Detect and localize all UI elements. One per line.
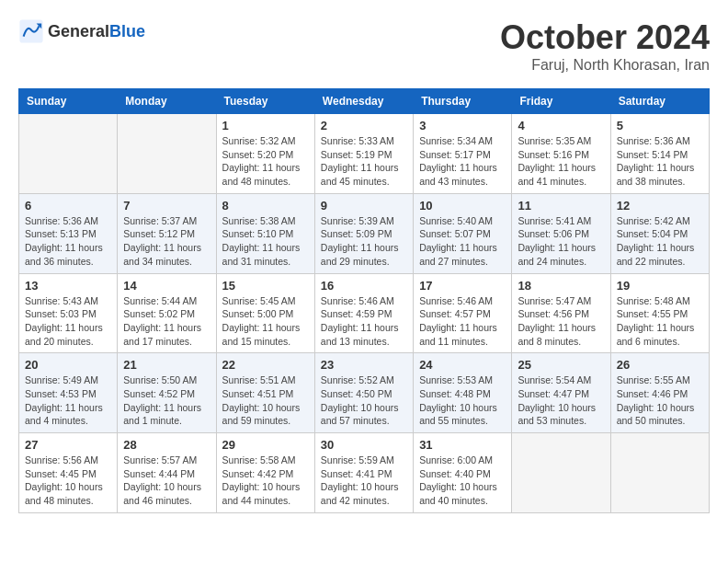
day-number: 1 [222,119,309,132]
month-title: October 2024 [500,18,710,57]
day-info: Sunrise: 5:36 AMSunset: 5:14 PMDaylight:… [617,134,703,189]
weekday-header: Friday [512,89,610,114]
day-info: Sunrise: 5:56 AMSunset: 4:45 PMDaylight:… [25,454,111,508]
weekday-header: Sunday [19,89,118,114]
calendar-cell [118,114,216,194]
day-info: Sunrise: 5:52 AMSunset: 4:50 PMDaylight:… [321,373,407,428]
day-number: 10 [419,199,506,213]
day-number: 17 [419,279,506,293]
calendar-cell: 25Sunrise: 5:54 AMSunset: 4:47 PMDayligh… [512,353,610,433]
calendar-cell: 20Sunrise: 5:49 AMSunset: 4:53 PMDayligh… [19,353,118,433]
calendar-week-row: 27Sunrise: 5:56 AMSunset: 4:45 PMDayligh… [19,433,710,513]
calendar-cell: 12Sunrise: 5:42 AMSunset: 5:04 PMDayligh… [610,193,709,273]
day-info: Sunrise: 5:57 AMSunset: 4:44 PMDaylight:… [123,454,210,508]
calendar-table: SundayMondayTuesdayWednesdayThursdayFrid… [18,88,710,513]
calendar-cell: 11Sunrise: 5:41 AMSunset: 5:06 PMDayligh… [512,193,610,273]
weekday-header: Monday [118,89,216,114]
day-number: 23 [321,358,407,372]
calendar-cell [19,114,118,194]
day-number: 22 [222,358,309,372]
day-number: 8 [222,199,309,213]
day-info: Sunrise: 5:48 AMSunset: 4:55 PMDaylight:… [617,294,703,349]
calendar-cell: 3Sunrise: 5:34 AMSunset: 5:17 PMDaylight… [414,114,512,194]
day-number: 21 [123,358,210,372]
day-number: 18 [518,279,604,293]
calendar-week-row: 6Sunrise: 5:36 AMSunset: 5:13 PMDaylight… [19,193,710,273]
weekday-header: Wednesday [314,89,413,114]
logo-icon [18,18,44,44]
day-number: 27 [25,438,111,452]
day-info: Sunrise: 5:53 AMSunset: 4:48 PMDaylight:… [419,373,506,428]
weekday-header: Saturday [610,89,709,114]
day-number: 29 [222,438,309,452]
day-number: 19 [617,279,703,293]
day-number: 4 [518,119,604,132]
day-info: Sunrise: 5:55 AMSunset: 4:46 PMDaylight:… [617,373,703,428]
title-block: October 2024 Faruj, North Khorasan, Iran [500,18,710,74]
day-number: 7 [123,199,210,213]
day-info: Sunrise: 5:39 AMSunset: 5:09 PMDaylight:… [321,214,407,269]
calendar-cell: 22Sunrise: 5:51 AMSunset: 4:51 PMDayligh… [216,353,314,433]
day-info: Sunrise: 5:38 AMSunset: 5:10 PMDaylight:… [222,214,309,269]
calendar-cell: 21Sunrise: 5:50 AMSunset: 4:52 PMDayligh… [118,353,216,433]
day-info: Sunrise: 5:44 AMSunset: 5:02 PMDaylight:… [123,294,210,349]
day-info: Sunrise: 5:42 AMSunset: 5:04 PMDaylight:… [617,214,703,269]
calendar-cell: 7Sunrise: 5:37 AMSunset: 5:12 PMDaylight… [118,193,216,273]
day-info: Sunrise: 5:41 AMSunset: 5:06 PMDaylight:… [518,214,604,269]
calendar-cell: 5Sunrise: 5:36 AMSunset: 5:14 PMDaylight… [610,114,709,194]
weekday-header: Thursday [414,89,512,114]
day-number: 5 [617,119,703,132]
calendar-cell: 15Sunrise: 5:45 AMSunset: 5:00 PMDayligh… [216,273,314,353]
calendar-cell: 1Sunrise: 5:32 AMSunset: 5:20 PMDaylight… [216,114,314,194]
calendar-cell: 29Sunrise: 5:58 AMSunset: 4:42 PMDayligh… [216,433,314,513]
day-info: Sunrise: 5:36 AMSunset: 5:13 PMDaylight:… [25,214,111,269]
calendar-cell: 27Sunrise: 5:56 AMSunset: 4:45 PMDayligh… [19,433,118,513]
calendar-cell: 24Sunrise: 5:53 AMSunset: 4:48 PMDayligh… [414,353,512,433]
day-info: Sunrise: 5:32 AMSunset: 5:20 PMDaylight:… [222,134,309,189]
day-info: Sunrise: 6:00 AMSunset: 4:40 PMDaylight:… [419,454,506,508]
calendar-cell: 30Sunrise: 5:59 AMSunset: 4:41 PMDayligh… [314,433,413,513]
page-header: GeneralBlue October 2024 Faruj, North Kh… [18,18,710,74]
calendar-week-row: 1Sunrise: 5:32 AMSunset: 5:20 PMDaylight… [19,114,710,194]
day-info: Sunrise: 5:49 AMSunset: 4:53 PMDaylight:… [25,373,111,428]
weekday-header: Tuesday [216,89,314,114]
day-number: 2 [321,119,407,132]
day-number: 13 [25,279,111,293]
day-number: 12 [617,199,703,213]
calendar-cell: 10Sunrise: 5:40 AMSunset: 5:07 PMDayligh… [414,193,512,273]
day-number: 14 [123,279,210,293]
day-number: 6 [25,199,111,213]
calendar-cell: 26Sunrise: 5:55 AMSunset: 4:46 PMDayligh… [610,353,709,433]
day-info: Sunrise: 5:35 AMSunset: 5:16 PMDaylight:… [518,134,604,189]
calendar-cell: 16Sunrise: 5:46 AMSunset: 4:59 PMDayligh… [314,273,413,353]
day-info: Sunrise: 5:40 AMSunset: 5:07 PMDaylight:… [419,214,506,269]
day-info: Sunrise: 5:59 AMSunset: 4:41 PMDaylight:… [321,454,407,508]
calendar-week-row: 13Sunrise: 5:43 AMSunset: 5:03 PMDayligh… [19,273,710,353]
calendar-cell: 17Sunrise: 5:46 AMSunset: 4:57 PMDayligh… [414,273,512,353]
day-info: Sunrise: 5:33 AMSunset: 5:19 PMDaylight:… [321,134,407,189]
header-row: SundayMondayTuesdayWednesdayThursdayFrid… [19,89,710,114]
calendar-cell: 31Sunrise: 6:00 AMSunset: 4:40 PMDayligh… [414,433,512,513]
day-info: Sunrise: 5:46 AMSunset: 4:59 PMDaylight:… [321,294,407,349]
day-number: 31 [419,438,506,452]
calendar-cell: 18Sunrise: 5:47 AMSunset: 4:56 PMDayligh… [512,273,610,353]
day-number: 16 [321,279,407,293]
day-number: 24 [419,358,506,372]
calendar-cell [610,433,709,513]
calendar-cell: 14Sunrise: 5:44 AMSunset: 5:02 PMDayligh… [118,273,216,353]
day-number: 3 [419,119,506,132]
calendar-cell: 9Sunrise: 5:39 AMSunset: 5:09 PMDaylight… [314,193,413,273]
logo: GeneralBlue [18,18,145,44]
calendar-cell: 8Sunrise: 5:38 AMSunset: 5:10 PMDaylight… [216,193,314,273]
day-number: 11 [518,199,604,213]
calendar-cell: 2Sunrise: 5:33 AMSunset: 5:19 PMDaylight… [314,114,413,194]
day-info: Sunrise: 5:43 AMSunset: 5:03 PMDaylight:… [25,294,111,349]
calendar-cell: 4Sunrise: 5:35 AMSunset: 5:16 PMDaylight… [512,114,610,194]
calendar-cell: 28Sunrise: 5:57 AMSunset: 4:44 PMDayligh… [118,433,216,513]
location-title: Faruj, North Khorasan, Iran [500,57,710,74]
day-info: Sunrise: 5:45 AMSunset: 5:00 PMDaylight:… [222,294,309,349]
day-number: 9 [321,199,407,213]
day-number: 28 [123,438,210,452]
day-info: Sunrise: 5:46 AMSunset: 4:57 PMDaylight:… [419,294,506,349]
calendar-cell: 6Sunrise: 5:36 AMSunset: 5:13 PMDaylight… [19,193,118,273]
